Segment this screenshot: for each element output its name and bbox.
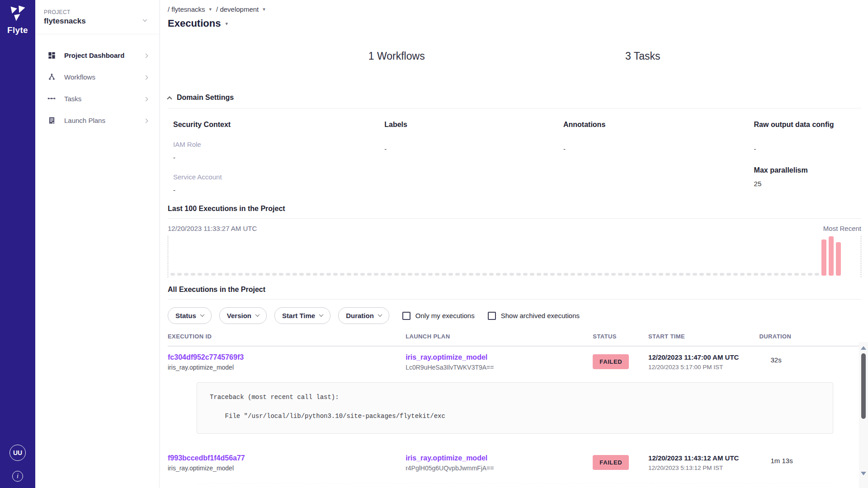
scrollbar-thumb[interactable] [861,353,866,419]
page-title-dropdown[interactable]: ▾ [225,21,228,26]
iam-role-value: - [173,154,384,161]
error-traceback-box: Traceback (most recent call last): File … [197,483,833,488]
all-executions-section: All Executions in the Project Status Ver… [168,286,861,488]
annotations-title: Annotations [563,121,754,129]
traceback-line: Traceback (most recent call last): [210,394,820,401]
traceback-line: File "/usr/local/lib/python3.10/site-pac… [210,413,820,420]
max-parallelism-value: 25 [754,180,861,188]
checkbox-icon [488,312,496,320]
workflows-count: 1 Workflows [368,50,425,62]
sidebar-item-label: Workflows [64,73,95,81]
breadcrumb-domain-dropdown[interactable]: / development ▾ [216,5,265,13]
project-label: PROJECT [44,9,149,15]
service-account-value: - [173,186,384,194]
flyte-logo-icon [7,5,28,25]
tasks-count: 3 Tasks [625,50,660,62]
sidebar-item-label: Project Dashboard [64,52,124,59]
raw-output-column: Raw output data config - Max parallelism… [754,121,861,194]
column-execution-id: EXECUTION ID [168,333,406,340]
start-time-local: 12/20/2023 5:13:12 PM IST [648,465,759,471]
iam-role-label: IAM Role [173,141,384,148]
project-name: flytesnacks [44,17,149,26]
raw-output-value: - [754,145,861,153]
chevron-down-icon [143,17,147,22]
only-my-executions-label: Only my executions [415,312,475,319]
executions-bar-chart[interactable] [168,236,861,277]
status-filter-label: Status [175,312,196,319]
raw-output-title: Raw output data config [754,121,861,129]
version-filter-button[interactable]: Version [219,307,267,324]
labels-value: - [384,145,563,153]
start-time-filter-label: Start Time [282,312,315,319]
chevron-up-icon [167,96,172,101]
chevron-down-icon [255,312,260,317]
info-icon[interactable]: i [12,471,23,482]
chevron-down-icon [377,312,382,317]
status-badge: FAILED [593,354,629,369]
sidebar-item-label: Tasks [64,95,81,103]
only-my-executions-checkbox[interactable]: Only my executions [402,312,475,320]
annotations-value: - [563,145,754,153]
executions-table-body[interactable]: fc304df952c7745769f3 iris_ray.optimize_m… [168,347,868,488]
scroll-down-arrow[interactable] [861,472,866,475]
max-parallelism-label: Max parallelism [754,166,861,174]
execution-workflow-name: iris_ray.optimize_model [168,364,406,371]
project-stats: 1 Workflows 3 Tasks [168,50,861,66]
executions-chart-section: Last 100 Executions in the Project 12/20… [168,205,861,277]
breadcrumb: / flytesnacks ▾ / development ▾ [168,5,861,13]
execution-id-link[interactable]: f993bccedbf1f4d56a77 [168,454,245,462]
chevron-right-icon [144,119,148,123]
column-duration: DURATION [759,333,861,340]
sidebar-nav: Project Dashboard Workflows Tasks Launch… [35,44,159,131]
status-filter-button[interactable]: Status [168,307,212,324]
sidebar-item-project-dashboard[interactable]: Project Dashboard [35,44,159,66]
sidebar-item-label: Launch Plans [64,117,105,124]
chevron-right-icon [144,75,148,80]
user-avatar[interactable]: UU [9,445,26,461]
executions-filters: Status Version Start Time Duration Only … [168,307,861,324]
project-selector[interactable]: PROJECT flytesnacks [35,0,159,34]
start-time-utc: 12/20/2023 11:43:12 AM UTC [648,454,759,462]
executions-table-header: EXECUTION ID LAUNCH PLAN STATUS START TI… [168,333,861,347]
column-launch-plan: LAUNCH PLAN [406,333,593,340]
launch-plan-link[interactable]: iris_ray.optimize_model [406,353,487,361]
chevron-down-icon [200,312,204,317]
flyte-logo-text: Flyte [7,25,28,35]
launch-plans-icon [47,116,57,125]
start-time-filter-button[interactable]: Start Time [274,307,330,324]
duration-value: 1m 13s [759,457,861,465]
annotations-column: Annotations - [563,121,754,194]
chart-start-time-label: 12/20/2023 11:33:27 AM UTC [168,225,257,232]
security-context-title: Security Context [173,121,384,129]
execution-row: fc304df952c7745769f3 iris_ray.optimize_m… [168,347,861,434]
executions-chart-title: Last 100 Executions in the Project [168,205,285,213]
execution-id-link[interactable]: fc304df952c7745769f3 [168,353,244,361]
domain-settings-toggle[interactable]: Domain Settings [168,94,861,102]
security-context-column: Security Context IAM Role - Service Acco… [173,121,384,194]
scroll-up-arrow[interactable] [861,346,866,350]
duration-filter-button[interactable]: Duration [338,307,389,324]
flyte-logo[interactable]: Flyte [7,5,28,35]
sidebar-item-tasks[interactable]: Tasks [35,88,159,109]
sidebar-item-workflows[interactable]: Workflows [35,66,159,88]
launch-plan-version: Lc0R9uHeSa3IlvTWKV3T9A== [406,364,593,371]
show-archived-label: Show archived executions [501,312,580,319]
chevron-right-icon [144,54,148,58]
table-scrollbar[interactable] [859,342,868,488]
executions-chart-slots [170,236,854,276]
show-archived-checkbox[interactable]: Show archived executions [488,312,580,320]
start-time-local: 12/20/2023 5:17:00 PM IST [648,364,759,371]
chevron-right-icon [144,97,148,102]
app-rail: Flyte UU i [0,0,35,488]
breadcrumb-project-label: / flytesnacks [168,5,205,13]
sidebar-item-launch-plans[interactable]: Launch Plans [35,109,159,131]
breadcrumb-domain-label: / development [216,5,259,13]
caret-down-icon: ▾ [209,7,212,12]
chevron-down-icon [319,312,324,317]
divider [168,108,861,108]
chart-most-recent-label: Most Recent [823,225,861,232]
tasks-icon [47,94,57,103]
breadcrumb-project-dropdown[interactable]: / flytesnacks ▾ [168,5,212,13]
launch-plan-link[interactable]: iris_ray.optimize_model [406,454,487,462]
domain-settings-title: Domain Settings [177,94,234,102]
